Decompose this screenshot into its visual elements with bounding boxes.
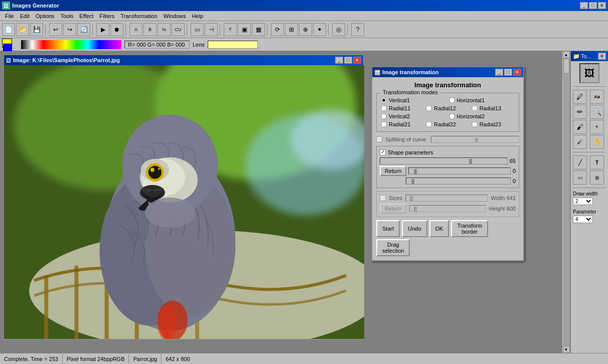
scrollbar-vertical[interactable]: ▲ ▼ xyxy=(562,51,570,353)
draw-width-select[interactable]: 2 1 3 4 xyxy=(573,198,593,205)
menu-tools[interactable]: Tools xyxy=(58,12,77,20)
shape-params-checkbox[interactable] xyxy=(380,149,386,155)
menu-effect[interactable]: Effect xyxy=(76,12,96,20)
mode-radial23[interactable]: Radial23 xyxy=(472,121,515,127)
shape-param-row3: 0 xyxy=(380,177,516,185)
transform-border-button[interactable]: Transformborder xyxy=(451,220,488,237)
dialog-close[interactable]: ✕ xyxy=(513,69,521,76)
mode-radial21[interactable]: Radial21 xyxy=(381,121,424,127)
active-tool-btn[interactable]: 🖼 xyxy=(579,63,599,83)
toolbar-help[interactable]: ? xyxy=(351,23,364,36)
toolbar-star[interactable]: ✦ xyxy=(313,23,326,36)
tool-lasso[interactable]: ⌖ xyxy=(590,120,604,134)
mode-radial12[interactable]: Radial12 xyxy=(426,105,469,111)
scroll-down[interactable]: ▼ xyxy=(563,346,570,353)
return-button1[interactable]: Return xyxy=(380,166,406,176)
toolbar-line[interactable]: ⊣ xyxy=(205,23,218,36)
close-button[interactable]: ✕ xyxy=(598,2,606,9)
color-palette[interactable] xyxy=(21,40,121,49)
toolbar-cut[interactable]: CU xyxy=(172,23,185,36)
sizes-checkbox[interactable] xyxy=(380,195,386,201)
tool-pencil1[interactable]: 🖊 xyxy=(573,90,587,104)
transformation-modes-group: Transformation modes Vertical1 Horizonta… xyxy=(376,93,519,132)
tool-grid[interactable]: ⊞ xyxy=(590,170,604,185)
radio-radial11[interactable] xyxy=(381,105,387,111)
mode-radial11[interactable]: Radial11 xyxy=(381,105,424,111)
toolbar-box2[interactable]: ▦ xyxy=(252,23,265,36)
toolbar-box1[interactable]: ▣ xyxy=(238,23,251,36)
scroll-thumb[interactable] xyxy=(563,59,569,74)
toolbar-undo[interactable]: ↩ xyxy=(49,23,62,36)
return-button2[interactable]: Return xyxy=(380,204,406,214)
radio-radial21[interactable] xyxy=(381,121,387,127)
toolbar-open[interactable]: 📂 xyxy=(16,23,29,36)
toolbar-refresh[interactable]: 🔄 xyxy=(77,23,90,36)
radio-horizontal1[interactable] xyxy=(449,97,455,103)
start-button[interactable]: Start xyxy=(376,220,400,237)
toolbar-rect[interactable]: ▭ xyxy=(191,23,204,36)
radio-vertical2[interactable] xyxy=(381,113,387,119)
menu-windows[interactable]: Windows xyxy=(161,12,189,20)
tool-text[interactable]: T xyxy=(590,155,604,169)
radio-radial12[interactable] xyxy=(426,105,432,111)
radio-radial22[interactable] xyxy=(426,121,432,127)
toolbar-record[interactable]: ⏺ xyxy=(110,23,123,36)
menu-file[interactable]: File xyxy=(2,12,17,20)
toolbar-a[interactable]: A xyxy=(129,23,142,36)
menu-transformation[interactable]: Transformation xyxy=(117,12,161,20)
image-minimize-btn[interactable]: _ xyxy=(335,57,343,64)
mode-vertical2[interactable]: Vertical2 xyxy=(381,113,447,119)
scroll-up[interactable]: ▲ xyxy=(563,51,570,58)
toolbar-redo[interactable]: ↪ xyxy=(63,23,76,36)
menu-edit[interactable]: Edit xyxy=(17,12,33,20)
ok-button[interactable]: OK xyxy=(429,220,449,237)
mode-vertical1[interactable]: Vertical1 xyxy=(381,97,447,103)
tool-brush[interactable]: 🖌 xyxy=(573,120,587,134)
toolbar-grid[interactable]: ⊞ xyxy=(285,23,298,36)
label-horizontal1: Horizontal1 xyxy=(457,97,485,103)
radio-radial13[interactable] xyxy=(472,105,478,111)
image-maximize-btn[interactable]: □ xyxy=(344,57,352,64)
tool-font[interactable]: Aa xyxy=(590,90,604,104)
splitting-checkbox[interactable] xyxy=(376,136,382,142)
minimize-button[interactable]: _ xyxy=(580,2,588,9)
mode-radial22[interactable]: Radial22 xyxy=(426,121,469,127)
radio-horizontal2[interactable] xyxy=(449,113,455,119)
toolbar-sync[interactable]: ⟳ xyxy=(271,23,284,36)
maximize-button[interactable]: □ xyxy=(589,2,597,9)
menu-help[interactable]: Help xyxy=(189,12,206,20)
undo-button[interactable]: Undo xyxy=(402,220,427,237)
radio-radial23[interactable] xyxy=(472,121,478,127)
color-swatches[interactable] xyxy=(2,39,18,51)
menu-filters[interactable]: Filters xyxy=(96,12,117,20)
parameter-select[interactable]: 4 1 2 3 xyxy=(573,216,593,223)
tool-zoom[interactable]: 🔍 xyxy=(590,105,604,119)
tool-line[interactable]: ╱ xyxy=(573,155,587,169)
image-close-btn[interactable]: ✕ xyxy=(353,57,361,64)
toolbar-play[interactable]: ▶ xyxy=(96,23,109,36)
mode-horizontal1[interactable]: Horizontal1 xyxy=(449,97,515,103)
dialog-minimize[interactable]: _ xyxy=(495,69,503,76)
toolbar-new[interactable]: 📄 xyxy=(2,23,15,36)
scroll-track[interactable] xyxy=(563,58,570,346)
menu-options[interactable]: Options xyxy=(33,12,58,20)
toolbar-percent[interactable]: % xyxy=(158,23,171,36)
svg-point-21 xyxy=(150,168,155,172)
tools-close[interactable]: ✕ xyxy=(598,53,606,60)
mode-horizontal2[interactable]: Horizontal2 xyxy=(449,113,515,119)
toolbar-save[interactable]: 💾 xyxy=(30,23,43,36)
status-bar: Complete. Time = 253 Pixel format 24bppR… xyxy=(0,353,608,364)
toolbar-circle[interactable]: ◎ xyxy=(332,23,345,36)
toolbar-b[interactable]: B xyxy=(143,23,157,36)
background-color[interactable] xyxy=(3,44,12,52)
tool-pen[interactable]: 🖋 xyxy=(573,135,587,149)
tool-move[interactable]: ✋ xyxy=(590,135,604,149)
radio-vertical1[interactable] xyxy=(381,97,387,103)
tool-pencil2[interactable]: ✏ xyxy=(573,105,587,119)
drag-selection-button[interactable]: Dragselection xyxy=(376,239,410,256)
toolbar-text[interactable]: T xyxy=(224,23,237,36)
dialog-maximize[interactable]: □ xyxy=(504,69,512,76)
toolbar-target[interactable]: ⊕ xyxy=(299,23,312,36)
tool-eraser[interactable]: ▭ xyxy=(573,170,587,185)
mode-radial13[interactable]: Radial13 xyxy=(472,105,515,111)
